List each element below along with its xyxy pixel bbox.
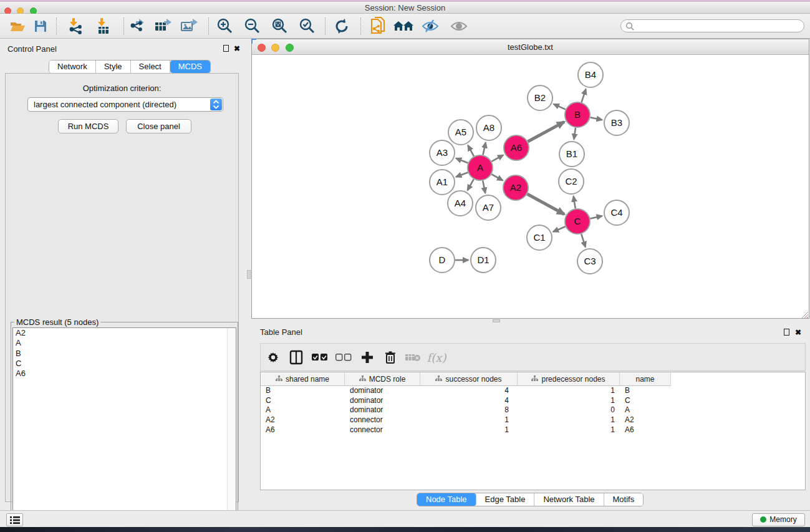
task-history-button[interactable] bbox=[6, 513, 23, 526]
cell[interactable]: B bbox=[620, 386, 671, 396]
search-field[interactable] bbox=[620, 19, 804, 32]
save-icon[interactable] bbox=[30, 16, 51, 36]
edge-A-A8[interactable] bbox=[483, 142, 485, 155]
cell[interactable]: A bbox=[620, 405, 671, 415]
node-A[interactable]: A bbox=[468, 155, 493, 180]
edge-B-B1[interactable] bbox=[574, 128, 576, 139]
split-divider-handle[interactable] bbox=[247, 270, 251, 279]
search-input[interactable] bbox=[636, 21, 799, 31]
tab-node-table[interactable]: Node Table bbox=[417, 493, 476, 506]
edge-C-C2[interactable] bbox=[574, 196, 576, 209]
table-row[interactable]: A2connector11A2 bbox=[261, 415, 805, 425]
edge-A6-B[interactable] bbox=[528, 122, 564, 142]
result-list-item[interactable]: B bbox=[13, 349, 236, 359]
node-C3[interactable]: C3 bbox=[577, 249, 602, 274]
edge-B-B3[interactable] bbox=[591, 117, 602, 120]
node-A6[interactable]: A6 bbox=[504, 135, 529, 160]
cell[interactable]: dominator bbox=[345, 386, 420, 396]
tab-edge-table[interactable]: Edge Table bbox=[476, 493, 535, 506]
home-icon[interactable] bbox=[393, 16, 414, 36]
result-list-item[interactable]: A6 bbox=[13, 369, 236, 379]
edge-A-A7[interactable] bbox=[483, 181, 485, 193]
column-header-MCDS-role[interactable]: MCDS role bbox=[345, 372, 420, 386]
column-header-shared-name[interactable]: shared name bbox=[261, 372, 345, 386]
node-A1[interactable]: A1 bbox=[430, 170, 455, 195]
node-A7[interactable]: A7 bbox=[476, 195, 501, 220]
import-table-icon[interactable] bbox=[93, 16, 114, 36]
cell[interactable]: 1 bbox=[420, 425, 518, 435]
cell[interactable]: 1 bbox=[518, 415, 620, 425]
table-body[interactable]: Bdominator41BCdominator41CAdominator80AA… bbox=[261, 386, 805, 435]
node-A5[interactable]: A5 bbox=[448, 120, 473, 145]
zoom-out-icon[interactable] bbox=[242, 16, 263, 36]
column-chooser-icon[interactable] bbox=[286, 347, 306, 367]
node-D[interactable]: D bbox=[430, 248, 455, 273]
cell[interactable]: connector bbox=[345, 415, 420, 425]
cell[interactable]: 1 bbox=[518, 386, 620, 396]
close-table-panel-icon[interactable]: ✖ bbox=[795, 329, 801, 336]
tab-select[interactable]: Select bbox=[131, 60, 170, 73]
table-row[interactable]: A6connector11A6 bbox=[261, 425, 805, 435]
node-B1[interactable]: B1 bbox=[559, 142, 584, 167]
cell[interactable]: A bbox=[261, 405, 345, 415]
cell[interactable]: A2 bbox=[261, 415, 345, 425]
cell[interactable]: dominator bbox=[345, 405, 420, 415]
column-header-predecessor-nodes[interactable]: predecessor nodes bbox=[518, 372, 620, 386]
add-icon[interactable] bbox=[357, 347, 377, 367]
edge-A-A5[interactable] bbox=[468, 145, 474, 156]
node-B[interactable]: B bbox=[565, 102, 590, 127]
gear-icon[interactable] bbox=[263, 347, 283, 367]
edge-A-A6[interactable] bbox=[491, 155, 503, 162]
cell[interactable]: 4 bbox=[420, 386, 518, 396]
result-list-item[interactable]: C bbox=[13, 359, 236, 369]
deselect-all-icon[interactable] bbox=[334, 347, 354, 367]
network-canvas[interactable]: B4B2BB3A5A8A6B1A3AA1C2A2A4A7C4CC1C3DD1 bbox=[252, 55, 809, 318]
export-network-icon[interactable] bbox=[127, 16, 148, 36]
node-B3[interactable]: B3 bbox=[604, 110, 629, 135]
open-folder-icon[interactable] bbox=[7, 16, 28, 36]
cell[interactable]: A6 bbox=[261, 425, 345, 435]
cell[interactable]: A2 bbox=[620, 415, 671, 425]
cell[interactable]: C bbox=[620, 396, 671, 406]
edge-A-A1[interactable] bbox=[456, 172, 468, 177]
node-A4[interactable]: A4 bbox=[448, 191, 473, 216]
column-header-name[interactable]: name bbox=[620, 372, 671, 386]
table-row[interactable]: Bdominator41B bbox=[261, 386, 805, 396]
tab-mcds[interactable]: MCDS bbox=[170, 60, 210, 73]
edge-A-A4[interactable] bbox=[468, 179, 474, 190]
cell[interactable]: 8 bbox=[420, 405, 518, 415]
edge-B-B4[interactable] bbox=[582, 89, 586, 102]
column-header-successor-nodes[interactable]: successor nodes bbox=[420, 372, 518, 386]
edge-C-C3[interactable] bbox=[581, 234, 586, 247]
criterion-dropdown[interactable]: largest connected component (directed) bbox=[27, 97, 223, 112]
node-C[interactable]: C bbox=[565, 209, 590, 234]
node-A8[interactable]: A8 bbox=[476, 115, 501, 140]
show-eye-icon[interactable] bbox=[448, 16, 470, 36]
memory-button[interactable]: Memory bbox=[752, 513, 805, 526]
node-B4[interactable]: B4 bbox=[578, 62, 603, 87]
cell[interactable]: 4 bbox=[420, 396, 518, 406]
tab-motifs[interactable]: Motifs bbox=[604, 493, 644, 506]
cell[interactable]: A6 bbox=[620, 425, 671, 435]
cell[interactable]: B bbox=[261, 386, 345, 396]
hide-eye-icon[interactable] bbox=[420, 16, 441, 36]
cell[interactable]: connector bbox=[345, 425, 420, 435]
edge-B-B2[interactable] bbox=[554, 104, 566, 110]
node-D1[interactable]: D1 bbox=[471, 248, 496, 273]
network-window-titlebar[interactable]: testGlobe.txt bbox=[252, 39, 809, 55]
refresh-icon[interactable] bbox=[331, 16, 352, 36]
node-C2[interactable]: C2 bbox=[559, 169, 584, 194]
tab-style[interactable]: Style bbox=[96, 60, 131, 73]
main-titlebar[interactable]: Session: New Session bbox=[0, 2, 810, 14]
cell[interactable]: 1 bbox=[518, 396, 620, 406]
float-panel-icon[interactable] bbox=[223, 45, 229, 52]
float-table-panel-icon[interactable] bbox=[784, 329, 789, 336]
close-panel-button[interactable]: Close panel bbox=[126, 119, 191, 133]
table-row[interactable]: Cdominator41C bbox=[261, 396, 805, 406]
edge-C-C4[interactable] bbox=[590, 216, 602, 218]
cell[interactable]: 1 bbox=[518, 425, 620, 435]
export-image-icon[interactable] bbox=[178, 16, 200, 36]
network-graph[interactable]: B4B2BB3A5A8A6B1A3AA1C2A2A4A7C4CC1C3DD1 bbox=[252, 55, 809, 318]
tab-network-table[interactable]: Network Table bbox=[534, 493, 604, 506]
cell[interactable]: C bbox=[261, 396, 345, 406]
